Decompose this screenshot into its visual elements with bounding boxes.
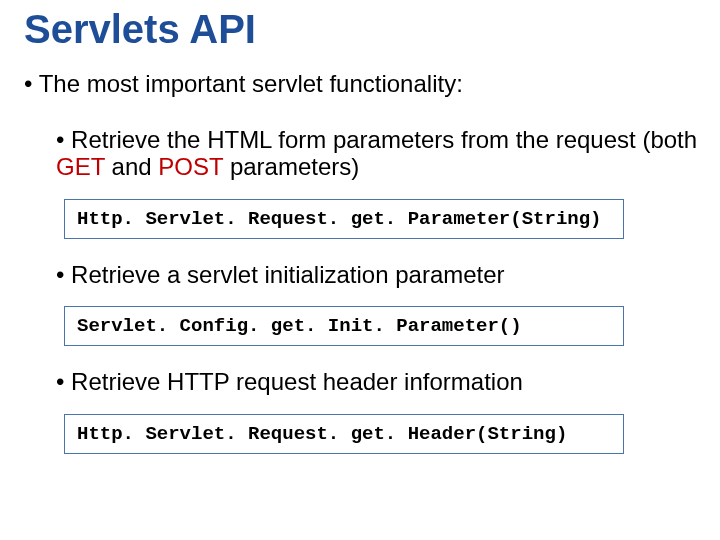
sub-bullet-1-mid: and — [105, 153, 158, 180]
code-box-2: Servlet. Config. get. Init. Parameter() — [64, 306, 624, 346]
main-bullet: • The most important servlet functionali… — [0, 70, 720, 98]
slide-title: Servlets API — [0, 8, 720, 50]
post-keyword: POST — [158, 153, 223, 180]
slide: Servlets API • The most important servle… — [0, 0, 720, 540]
code-box-1: Http. Servlet. Request. get. Parameter(S… — [64, 199, 624, 239]
sub-bullet-3: • Retrieve HTTP request header informati… — [0, 368, 720, 396]
sub-bullet-1-suffix: parameters) — [223, 153, 359, 180]
sub-bullet-1: • Retrieve the HTML form parameters from… — [0, 126, 720, 181]
sub-bullet-2: • Retrieve a servlet initialization para… — [0, 261, 720, 289]
code-box-3: Http. Servlet. Request. get. Header(Stri… — [64, 414, 624, 454]
sub-bullet-1-prefix: • Retrieve the HTML form parameters from… — [56, 126, 697, 153]
get-keyword: GET — [56, 153, 105, 180]
